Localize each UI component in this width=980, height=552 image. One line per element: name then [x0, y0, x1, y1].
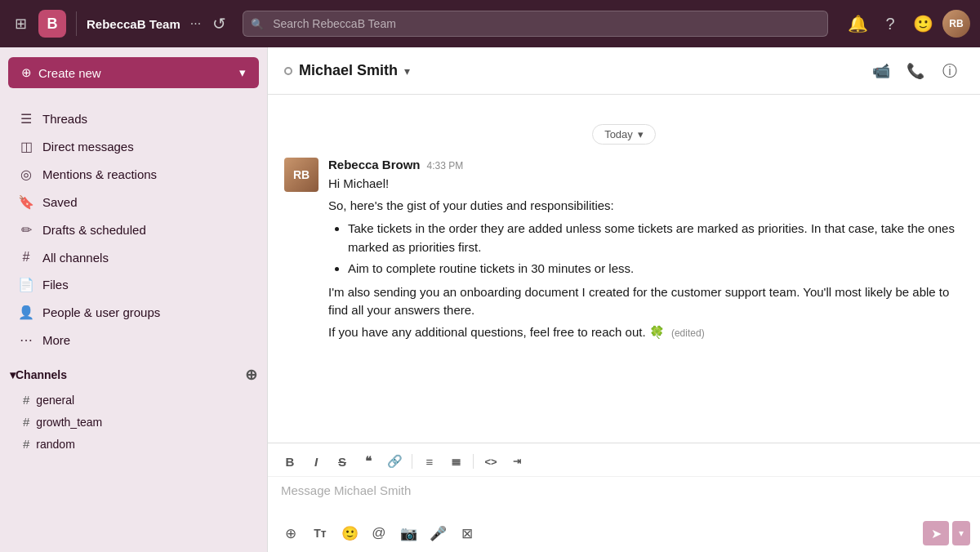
date-badge[interactable]: Today ▾	[592, 124, 656, 145]
drafts-icon: ✏	[18, 222, 34, 238]
message-greeting: Hi Michael!	[328, 175, 964, 194]
history-icon[interactable]: ↺	[212, 14, 226, 33]
sidebar-item-all-channels-label: All channels	[42, 251, 109, 265]
composer-toolbar: B I S ❝ 🔗 ≡ ≣ <> ⇥	[268, 443, 980, 477]
phone-call-button[interactable]: 📞	[902, 57, 929, 85]
add-attachment-button[interactable]: ⊕	[278, 521, 304, 545]
sidebar-item-dm-label: Direct messages	[42, 140, 134, 154]
clips-button[interactable]: 📷	[395, 521, 421, 545]
chat-header-actions: 📹 📞 ⓘ	[867, 57, 964, 85]
emoji-icon[interactable]: 🙂	[910, 11, 936, 37]
chat-header-chevron-icon[interactable]: ▾	[404, 65, 410, 78]
user-avatar[interactable]: RB	[942, 10, 970, 38]
message-body: Hi Michael! So, here's the gist of your …	[328, 175, 964, 341]
sidebar-item-more[interactable]: ⋯ More	[5, 327, 262, 354]
blockquote-button[interactable]: ❝	[356, 450, 381, 473]
team-name: RebeccaB Team	[87, 17, 180, 31]
create-new-plus-icon: ⊕	[21, 65, 32, 80]
all-channels-icon: #	[18, 250, 34, 265]
sidebar-item-direct-messages[interactable]: ◫ Direct messages	[5, 133, 262, 160]
messages-area: Today ▾ RB Rebecca Brown 4:33 PM Hi Mich…	[268, 95, 980, 443]
more-icon: ⋯	[18, 332, 34, 348]
chat-header-left: Michael Smith ▾	[284, 62, 410, 79]
composer-bottom-left: ⊕ Tт 🙂 @ 📷 🎤 ⊠	[278, 521, 480, 545]
help-icon[interactable]: ?	[877, 11, 903, 37]
create-new-button[interactable]: ⊕ Create new ▾	[8, 57, 259, 88]
sidebar-item-threads[interactable]: ☰ Threads	[5, 105, 262, 132]
team-menu-icon[interactable]: ···	[190, 16, 201, 31]
channels-section-header[interactable]: ▾ Channels ⊕	[0, 361, 267, 389]
audio-button[interactable]: 🎤	[425, 521, 451, 545]
unordered-list-button[interactable]: ≣	[443, 450, 468, 473]
composer-bottom-right: ➤ ▾	[923, 521, 970, 545]
search-input[interactable]	[243, 11, 828, 37]
avatar-image: RB	[942, 10, 970, 38]
create-new-chevron-icon: ▾	[239, 65, 246, 80]
video-call-button[interactable]: 📹	[867, 57, 895, 85]
message-bullet-2: Aim to complete routine tickets in 30 mi…	[348, 260, 964, 278]
shortcuts-button[interactable]: ⊠	[454, 521, 480, 545]
sidebar-item-drafts[interactable]: ✏ Drafts & scheduled	[5, 216, 262, 243]
sidebar-item-mentions[interactable]: ◎ Mentions & reactions	[5, 161, 262, 188]
app-logo: B	[38, 10, 66, 38]
message-time: 4:33 PM	[427, 160, 464, 171]
channels-section: ▾ Channels ⊕ # general # growth_team # r…	[0, 361, 267, 455]
add-channel-icon[interactable]: ⊕	[245, 366, 257, 384]
strikethrough-button[interactable]: S	[330, 450, 354, 473]
message-avatar: RB	[284, 158, 318, 192]
message-bullet-1: Take tickets in the order they are added…	[348, 220, 964, 256]
mention-button[interactable]: @	[366, 521, 392, 545]
people-icon: 👤	[18, 305, 34, 320]
code-block-button[interactable]: ⇥	[505, 450, 529, 473]
grid-icon[interactable]: ⊞	[10, 10, 32, 38]
sidebar-item-saved[interactable]: 🔖 Saved	[5, 189, 262, 216]
text-format-button[interactable]: Tт	[307, 521, 333, 545]
sidebar-item-saved-label: Saved	[42, 195, 78, 209]
channel-name-general: general	[36, 394, 74, 407]
link-button[interactable]: 🔗	[382, 450, 407, 473]
info-button[interactable]: ⓘ	[936, 57, 964, 85]
sidebar-item-files[interactable]: 📄 Files	[5, 271, 262, 298]
direct-messages-icon: ◫	[18, 139, 34, 154]
italic-button[interactable]: I	[304, 450, 328, 473]
date-label: Today	[604, 128, 633, 140]
message-bullets: Take tickets in the order they are added…	[348, 220, 964, 278]
threads-icon: ☰	[18, 111, 34, 127]
topbar: ⊞ B RebeccaB Team ··· ↺ 🔔 ? 🙂 RB	[0, 0, 980, 47]
message-closing1: I'm also sending you an onboarding docum…	[328, 283, 964, 320]
topbar-icons: 🔔 ? 🙂 RB	[844, 10, 970, 38]
sidebar-item-all-channels[interactable]: # All channels	[5, 244, 262, 270]
composer-bottom-bar: ⊕ Tт 🙂 @ 📷 🎤 ⊠ ➤ ▾	[268, 518, 980, 552]
ordered-list-button[interactable]: ≡	[417, 450, 442, 473]
send-button[interactable]: ➤	[923, 521, 949, 545]
sidebar-item-mentions-label: Mentions & reactions	[42, 167, 157, 181]
toolbar-divider2	[473, 454, 474, 469]
channel-name-random: random	[36, 438, 74, 451]
sidebar-item-files-label: Files	[42, 278, 69, 292]
hash-icon: #	[23, 393, 29, 407]
sidebar: ⊕ Create new ▾ ☰ Threads ◫ Direct messag…	[0, 47, 268, 552]
chat-recipient-name[interactable]: Michael Smith	[299, 62, 398, 79]
avatar-image: RB	[284, 158, 318, 192]
divider	[76, 11, 77, 36]
bold-button[interactable]: B	[278, 450, 302, 473]
code-button[interactable]: <>	[479, 450, 503, 473]
message-input[interactable]: Message Michael Smith	[281, 483, 967, 513]
sidebar-item-more-label: More	[42, 333, 70, 347]
channel-item-random[interactable]: # random	[0, 433, 267, 455]
send-dropdown-button[interactable]: ▾	[952, 521, 970, 545]
date-divider: Today ▾	[284, 124, 964, 145]
message-header: Rebecca Brown 4:33 PM	[328, 158, 964, 171]
notifications-icon[interactable]: 🔔	[844, 11, 871, 37]
user-status-indicator	[284, 67, 292, 75]
date-chevron-icon: ▾	[638, 128, 644, 140]
channel-item-growth-team[interactable]: # growth_team	[0, 411, 267, 433]
channels-section-toggle-icon: ▾	[10, 368, 16, 381]
message-row: RB Rebecca Brown 4:33 PM Hi Michael! So,…	[284, 158, 964, 345]
composer: B I S ❝ 🔗 ≡ ≣ <> ⇥ Message Michael Smith…	[268, 443, 980, 552]
search-container	[243, 11, 828, 37]
emoji-picker-button[interactable]: 🙂	[336, 521, 363, 545]
sidebar-item-people[interactable]: 👤 People & user groups	[5, 299, 262, 326]
channel-item-general[interactable]: # general	[0, 389, 267, 411]
search-wrap	[243, 11, 828, 37]
